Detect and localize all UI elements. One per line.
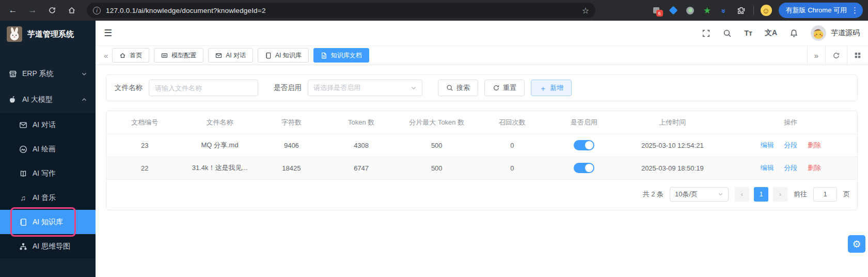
file-name-label: 文件名称 [115, 83, 143, 93]
url-text[interactable]: 127.0.0.1/ai/knowledge/document?knowledg… [106, 7, 577, 14]
profile-avatar-icon[interactable]: ☺ [761, 5, 772, 16]
filter-bar: 文件名称 是否启用 请选择是否启用 搜索 [106, 74, 858, 101]
chrome-menu-icon[interactable]: ⋮ [851, 6, 859, 15]
sidebar-item-ai-mindmap[interactable]: AI 思维导图 [0, 234, 96, 258]
delete-link[interactable]: 删除 [808, 164, 821, 172]
table-row: 23 MQ 分享.md 9406 4308 500 0 2025-03-10 1… [106, 134, 857, 157]
screen: ← → i 127.0.0.1/ai/knowledge/document?kn… [0, 0, 868, 277]
writing-icon [19, 170, 27, 178]
reset-button[interactable]: 重置 [484, 80, 525, 96]
tab-home[interactable]: 首页 [112, 48, 149, 63]
enabled-toggle[interactable] [574, 140, 594, 150]
edit-link[interactable]: 编辑 [761, 164, 774, 172]
col-file-name: 文件名称 [183, 111, 256, 134]
address-bar[interactable]: i 127.0.0.1/ai/knowledge/document?knowle… [87, 3, 595, 18]
col-max-token: 分片最大 Token 数 [396, 111, 477, 134]
prev-page-button[interactable]: ‹ [735, 187, 749, 202]
extension-star-icon[interactable]: ★ [702, 5, 713, 16]
cell-max-token: 500 [396, 157, 477, 179]
add-button[interactable]: ＋ 新增 [531, 80, 572, 96]
extensions-puzzle-icon[interactable] [736, 5, 747, 16]
sidebar-item-ai-knowledge[interactable]: AI 知识库 [0, 210, 96, 234]
settings-gear-button[interactable]: ⚙ [848, 235, 865, 253]
tab-ai-knowledge[interactable]: AI 知识库 [258, 48, 309, 63]
username: 芋道源码 [831, 28, 860, 38]
cell-recall-count: 0 [477, 157, 547, 179]
cell-file-name: MQ 分享.md [183, 134, 256, 157]
sidebar-item-label: AI 对话 [33, 120, 56, 130]
fullscreen-icon[interactable] [702, 29, 711, 38]
logo-row[interactable]: 芋道管理系统 [0, 21, 96, 48]
back-icon[interactable]: ← [5, 3, 21, 18]
goto-label: 前往 [794, 190, 807, 199]
tab-model-config[interactable]: 模型配置 [154, 48, 203, 63]
user-menu[interactable]: 芋道源码 [811, 25, 860, 41]
tab-knowledge-document[interactable]: 知识库文档 [313, 48, 369, 63]
cell-upload-time: 2025-03-09 18:50:19 [621, 157, 724, 179]
page-size-select[interactable]: 10条/页 [670, 187, 729, 202]
extension-badge-count: 6 [656, 10, 663, 17]
site-info-icon[interactable]: i [93, 7, 101, 14]
col-upload-time: 上传时间 [621, 111, 724, 134]
cell-doc-id: 23 [106, 134, 183, 157]
sidebar-item-label: AI 写作 [33, 169, 56, 178]
search-button[interactable]: 搜索 [438, 80, 478, 96]
notebook-icon [265, 52, 272, 59]
delete-link[interactable]: 删除 [808, 141, 821, 149]
extension-gem-icon[interactable] [668, 5, 678, 16]
chrome-update-label: 有新版 Chrome 可用 [786, 6, 847, 15]
browser-chrome: ← → i 127.0.0.1/ai/knowledge/document?kn… [0, 0, 868, 21]
bookmark-star-icon[interactable]: ☆ [582, 6, 589, 16]
tab-label: AI 知识库 [275, 51, 302, 60]
edit-link[interactable]: 编辑 [761, 141, 774, 149]
tab-ai-chat[interactable]: AI 对话 [208, 48, 253, 63]
tabs-scroll-left-icon[interactable]: « [100, 46, 112, 65]
search-icon[interactable] [723, 29, 732, 38]
notebook-icon [19, 218, 27, 226]
sidebar-submenu: AI 对话 AI 绘画 [0, 113, 96, 258]
goto-page-input[interactable] [813, 187, 837, 202]
extension-badge-icon[interactable]: 6 [651, 5, 661, 16]
segment-link[interactable]: 分段 [784, 164, 797, 172]
sidebar: 芋道管理系统 ERP 系统 [0, 21, 96, 277]
collapse-menu-icon[interactable]: ☰ [104, 27, 112, 39]
top-navbar: ☰ Tт 文A [96, 21, 868, 45]
sidebar-item-label: ERP 系统 [22, 69, 53, 79]
sidebar-item-ai-models[interactable]: AI 大模型 [0, 87, 96, 113]
chrome-update-button[interactable]: 有新版 Chrome 可用 ⋮ [779, 3, 863, 18]
current-page-button[interactable]: 1 [754, 187, 768, 202]
reset-button-label: 重置 [503, 83, 516, 93]
sidebar-item-ai-draw[interactable]: AI 绘画 [0, 137, 96, 161]
col-recall-count: 召回次数 [477, 111, 547, 134]
segment-link[interactable]: 分段 [784, 141, 797, 149]
forward-icon[interactable]: → [25, 3, 40, 18]
sidebar-item-erp[interactable]: ERP 系统 [0, 61, 96, 87]
home-icon[interactable] [64, 3, 80, 18]
envelope-icon [19, 121, 27, 129]
cell-char-count: 18425 [257, 157, 326, 179]
sidebar-item-ai-write[interactable]: AI 写作 [0, 161, 96, 186]
translate-icon[interactable]: 文A [765, 28, 777, 38]
extension-circle-icon[interactable] [685, 5, 696, 16]
col-char-count: 字符数 [257, 111, 326, 134]
file-name-input[interactable] [149, 80, 258, 96]
extension-chevrons-icon[interactable]: » [719, 5, 730, 16]
font-size-icon[interactable]: Tт [744, 29, 752, 37]
document-table-card: 文档编号 文件名称 字符数 Token 数 分片最大 Token 数 召回次数 … [106, 111, 858, 210]
enabled-toggle[interactable] [574, 163, 594, 173]
sidebar-item-ai-chat[interactable]: AI 对话 [0, 113, 96, 137]
enabled-select[interactable]: 请选择是否启用 [308, 80, 422, 96]
tabs-scroll-right-icon[interactable]: » [807, 46, 825, 65]
sitemap-icon [19, 242, 27, 251]
bell-icon[interactable] [790, 29, 798, 38]
cell-doc-id: 22 [106, 157, 183, 179]
refresh-tab-icon[interactable] [825, 46, 847, 65]
app-title: 芋道管理系统 [27, 29, 74, 39]
sidebar-item-ai-music[interactable]: ♫ AI 音乐 [0, 186, 96, 210]
page-unit-label: 页 [843, 190, 850, 199]
tabs-menu-grid-icon[interactable] [847, 46, 868, 65]
chevron-down-icon [718, 191, 723, 197]
next-page-button[interactable]: › [773, 187, 787, 202]
reload-icon[interactable] [44, 3, 60, 18]
sidebar-item-label: AI 思维导图 [33, 242, 70, 251]
